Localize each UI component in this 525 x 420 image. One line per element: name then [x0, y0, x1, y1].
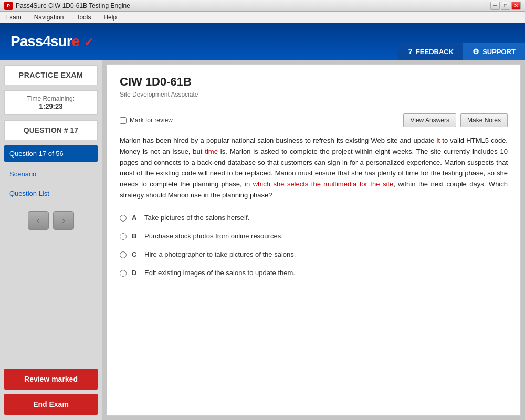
- option-c: C Hire a photographer to take pictures o…: [120, 250, 508, 258]
- question-icon: ?: [408, 47, 413, 56]
- option-a-radio[interactable]: [120, 215, 127, 222]
- option-a: A Take pictures of the salons herself.: [120, 214, 508, 222]
- time-remaining-label: Time Remaining:: [7, 95, 95, 102]
- mark-review-label[interactable]: Mark for review: [120, 117, 173, 124]
- exam-title: CIW 1D0-61B: [120, 75, 508, 89]
- gear-icon: ⚙: [472, 47, 479, 56]
- nav-arrows: ‹ ›: [4, 211, 98, 230]
- feedback-label: FEEDBACK: [416, 48, 454, 56]
- time-remaining-info: Time Remaining: 1:29:23: [4, 90, 98, 115]
- menu-exam[interactable]: Exam: [3, 13, 24, 22]
- menu-help[interactable]: Help: [101, 13, 119, 22]
- sidebar-nav-question-list[interactable]: Question List: [4, 186, 98, 201]
- options-list: A Take pictures of the salons herself. B…: [120, 214, 508, 277]
- end-exam-button[interactable]: End Exam: [4, 394, 98, 415]
- option-b-radio[interactable]: [120, 233, 127, 240]
- main-layout: PRACTICE EXAM Time Remaining: 1:29:23 QU…: [0, 60, 525, 420]
- option-a-label: A: [132, 214, 139, 222]
- exam-subtitle: Site Development Associate: [120, 91, 508, 98]
- prev-arrow-icon: ‹: [37, 216, 39, 225]
- sidebar-nav-question[interactable]: Question 17 of 56: [4, 145, 98, 162]
- support-label: SUPPORT: [482, 48, 516, 56]
- option-a-text: Take pictures of the salons herself.: [144, 214, 249, 222]
- header-band: Pass4sure ✓ ? FEEDBACK ⚙ SUPPORT: [0, 23, 525, 60]
- app-icon: P: [4, 2, 13, 10]
- option-b-text: Purchase stock photos from online resour…: [144, 232, 283, 240]
- option-b-label: B: [132, 232, 139, 240]
- sidebar: PRACTICE EXAM Time Remaining: 1:29:23 QU…: [0, 60, 102, 420]
- minimize-button[interactable]: ─: [490, 2, 500, 10]
- time-remaining-value: 1:29:23: [7, 102, 95, 110]
- feedback-button[interactable]: ? FEEDBACK: [398, 43, 463, 60]
- logo-e: e: [72, 33, 80, 49]
- mark-review-checkbox[interactable]: [120, 117, 127, 124]
- menu-tools[interactable]: Tools: [74, 13, 93, 22]
- mark-review-text: Mark for review: [130, 117, 173, 124]
- question-number-title: QUESTION # 17: [4, 120, 98, 140]
- title-bar: P Pass4Sure CIW 1D0-61B Testing Engine ─…: [0, 0, 525, 12]
- menu-bar: Exam Navigation Tools Help: [0, 12, 525, 23]
- logo-checkmark: ✓: [84, 36, 93, 49]
- option-c-label: C: [132, 250, 139, 258]
- review-marked-button[interactable]: Review marked: [4, 369, 98, 390]
- view-answers-button[interactable]: View Answers: [403, 113, 456, 127]
- sidebar-bottom: Review marked End Exam: [4, 369, 98, 415]
- menu-navigation[interactable]: Navigation: [32, 13, 66, 22]
- question-text: Marion has been hired by a popular natio…: [120, 135, 508, 201]
- maximize-button[interactable]: □: [501, 2, 510, 10]
- prev-button[interactable]: ‹: [28, 211, 49, 230]
- sidebar-nav-scenario[interactable]: Scenario: [4, 167, 98, 181]
- option-d-label: D: [132, 269, 139, 277]
- make-notes-button[interactable]: Make Notes: [460, 113, 508, 127]
- toolbar-row: Mark for review View Answers Make Notes: [120, 113, 508, 127]
- divider: [120, 106, 508, 106]
- option-c-text: Hire a photographer to take pictures of …: [144, 250, 296, 258]
- next-button[interactable]: ›: [53, 211, 74, 230]
- next-arrow-icon: ›: [62, 216, 65, 225]
- window-controls[interactable]: ─ □ ✕: [490, 2, 521, 10]
- option-d-text: Edit existing images of the salons to up…: [144, 269, 295, 277]
- logo: Pass4sure ✓: [10, 33, 93, 50]
- option-d-radio[interactable]: [120, 270, 127, 277]
- option-b: B Purchase stock photos from online reso…: [120, 232, 508, 240]
- option-c-radio[interactable]: [120, 251, 127, 258]
- logo-text: Pass4sure ✓: [10, 33, 93, 50]
- practice-exam-title: PRACTICE EXAM: [4, 65, 98, 85]
- window-title: Pass4Sure CIW 1D0-61B Testing Engine: [16, 2, 490, 9]
- option-d: D Edit existing images of the salons to …: [120, 269, 508, 277]
- header-right-buttons: ? FEEDBACK ⚙ SUPPORT: [398, 43, 525, 60]
- support-button[interactable]: ⚙ SUPPORT: [463, 43, 525, 60]
- close-button[interactable]: ✕: [511, 2, 521, 10]
- content-area: CIW 1D0-61B Site Development Associate M…: [107, 64, 521, 416]
- toolbar-buttons: View Answers Make Notes: [403, 113, 508, 127]
